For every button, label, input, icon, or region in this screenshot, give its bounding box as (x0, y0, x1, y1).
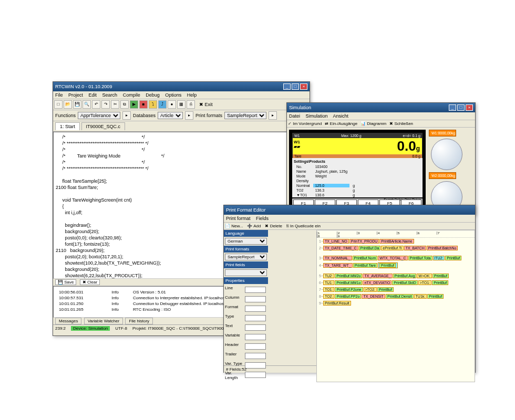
menu-file[interactable]: File (55, 92, 63, 98)
sim-maximize-button[interactable]: □ (457, 104, 465, 111)
product-row[interactable]: Density (294, 179, 357, 183)
product-row[interactable]: TO2136.3g (294, 188, 357, 192)
format-field[interactable]: >TO2: (364, 287, 377, 292)
format-field[interactable]: PrintBuf (378, 262, 398, 268)
sim-btn-foreground[interactable]: ✓ Im Vordergrund (288, 121, 322, 126)
sim-btn-close[interactable]: ✖ Schließen (389, 121, 413, 126)
prop-input[interactable] (245, 324, 266, 331)
format-field[interactable]: PrintBuf.StdD (392, 280, 417, 285)
sim-menu-datei[interactable]: Datei (289, 113, 300, 119)
prop-input[interactable] (245, 353, 266, 359)
tab-file-history[interactable]: File history (125, 318, 153, 324)
sim-close-button[interactable]: × (466, 104, 473, 111)
product-row[interactable]: Nominal125.0g (294, 184, 357, 187)
tool-copy-icon[interactable]: ⧉ (120, 100, 129, 109)
tool-step-icon[interactable]: ⤵ (149, 100, 157, 109)
format-line[interactable]: 3−TX_NOMINAL_PrintBuf.NomWTX_TOTAL_CPrin… (317, 255, 475, 261)
prop-input[interactable] (245, 306, 266, 312)
format-field[interactable]: PrintBuf (445, 256, 461, 260)
format-field[interactable]: PrintBuf (432, 280, 448, 285)
sim-knob-w1[interactable] (431, 139, 462, 170)
tool-cut-icon[interactable]: ✂ (111, 100, 119, 109)
format-field[interactable]: PrintBuf (432, 274, 449, 278)
pfe-menu-fields[interactable]: Fields (256, 216, 269, 221)
functions-select[interactable]: ApprTolerance (78, 112, 120, 119)
clear-button[interactable]: ✖ Clear (80, 279, 100, 285)
language-select[interactable]: German (225, 238, 267, 245)
menu-help[interactable]: Help (187, 92, 197, 98)
format-field[interactable]: TX_BATCH (404, 246, 426, 250)
sim-btn-diagram[interactable]: 📊 Diagramm (360, 121, 386, 126)
pfe-delete-button[interactable]: ✖ Delete (265, 224, 282, 228)
tool-save-icon[interactable]: 💾 (73, 100, 81, 109)
format-field[interactable]: TX_TARE_WT_ (323, 263, 353, 268)
format-field[interactable]: PrintBuf.Result (323, 301, 351, 306)
printfields-select[interactable] (225, 269, 267, 276)
format-field[interactable]: PrinTX_PRODU (349, 239, 379, 244)
format-field[interactable]: ePrintBuf.Ti (381, 246, 403, 250)
menu-compile[interactable]: Compile (123, 92, 140, 98)
format-field[interactable]: TO1: (323, 287, 334, 292)
product-row[interactable]: ▼TO1130.6g (294, 193, 357, 197)
format-field[interactable]: W>OK: (417, 274, 432, 278)
tab-var-watcher[interactable]: Variable Watcher (84, 318, 123, 324)
close-button[interactable]: × (300, 83, 307, 90)
pfe-titlebar[interactable]: Print Format Editor (224, 205, 475, 215)
tool-undo-icon[interactable]: ↶ (92, 100, 100, 109)
format-field[interactable]: WTX_TOTAL_C (378, 256, 407, 260)
format-field[interactable]: TX_AVERAGE_ (363, 274, 392, 278)
format-line[interactable]: 2−TX_DATE_TIME_CPrintBuf.DaePrintBuf.TiT… (317, 245, 475, 251)
format-field[interactable]: PrintBuf.Tare (353, 263, 377, 268)
format-field[interactable]: PrintBuf.Nom (353, 256, 378, 260)
prop-input[interactable] (245, 296, 266, 302)
databases-select[interactable]: Article (158, 112, 183, 119)
pfe-menu-printformat[interactable]: Print format (226, 216, 251, 221)
func-go-icon[interactable]: ▸ (122, 111, 131, 120)
format-field[interactable]: TX_NOMINAL_ (323, 256, 352, 260)
menu-debug[interactable]: Debug (146, 92, 160, 98)
format-field[interactable]: TU1: (323, 280, 334, 285)
format-field[interactable]: PrintBuf (377, 287, 394, 292)
format-field[interactable]: PrintBuf (427, 294, 444, 299)
format-line[interactable]: 1−TX_LINE_NOPrinTX_PRODUPrintBArticle.Na… (317, 238, 475, 245)
save-button[interactable]: 💾 Save (55, 279, 76, 285)
format-field[interactable]: >TO1: (418, 280, 432, 285)
format-field[interactable]: PrintBuf.Densit (386, 294, 414, 299)
format-field[interactable]: TO2: (323, 294, 334, 299)
prop-input[interactable] (245, 315, 266, 321)
format-line[interactable]: 4−TX_TARE_WT_PrintBuf.TarePrintBuf (317, 261, 475, 269)
tab-messages[interactable]: Messages (55, 318, 81, 324)
sim-btn-io[interactable]: ⇄ Ein-/Ausgänge (325, 121, 357, 126)
tool-run-icon[interactable]: ▶ (130, 100, 138, 109)
format-field[interactable]: PrintBuf (379, 263, 396, 268)
tool-open-icon[interactable]: 📂 (64, 100, 72, 109)
format-line[interactable]: 7−TO1:PrintBuf.P2one>TO2:PrintBuf (317, 286, 475, 293)
pfe-new-button[interactable]: 📄 New... (225, 224, 243, 228)
format-line[interactable]: 8−TO2:PrintBuf.PP2oTX_DENSITPrintBuf.Den… (317, 293, 475, 300)
sim-titlebar[interactable]: Simulation _ □ × (287, 103, 475, 112)
format-field[interactable]: PrintBuf.Tota (408, 256, 432, 260)
sim-product-list[interactable]: Settings\Products No.103400NameJoghurt, … (292, 158, 423, 197)
format-line[interactable]: 6−TU1:PrintBuf.MM1onTX_DEVIATIOPrintBuf.… (317, 279, 475, 286)
sim-minimize-button[interactable]: _ (449, 104, 456, 111)
ide-titlebar[interactable]: RTCWIN v2.0 - 01.10.2009 _ □ × (53, 82, 310, 91)
tool-stepover-icon[interactable]: ⤴ (158, 100, 167, 109)
prop-input[interactable] (245, 362, 266, 369)
exit-button[interactable]: Exit (205, 102, 213, 107)
format-field[interactable]: PrintBArticle.Name (379, 239, 414, 244)
prop-input[interactable] (245, 343, 266, 350)
prop-input[interactable] (245, 372, 266, 378)
format-line[interactable]: 5−TU2:PrintBuf.MM2oTX_AVERAGE_PrintBuf.A… (317, 272, 475, 279)
format-field[interactable]: PrintBuf.MM2o (335, 274, 362, 278)
format-field[interactable]: PrintBuf.PP2o (335, 294, 361, 299)
format-field[interactable]: TX_DENSIT (362, 294, 385, 299)
format-field[interactable]: TX_LINE_NO (323, 239, 349, 244)
tab-start[interactable]: 1: Start (55, 122, 80, 130)
sim-menu-simulation[interactable]: Simulation (306, 113, 328, 119)
prop-input[interactable] (245, 334, 266, 340)
format-line[interactable]: 9−PrintBuf.Result (317, 300, 475, 307)
prop-input[interactable] (245, 287, 266, 293)
format-field[interactable]: PrintBuf.BatchNo (427, 246, 458, 250)
menu-search[interactable]: Search (102, 92, 118, 98)
tool-print-icon[interactable]: ⎙ (187, 100, 195, 109)
